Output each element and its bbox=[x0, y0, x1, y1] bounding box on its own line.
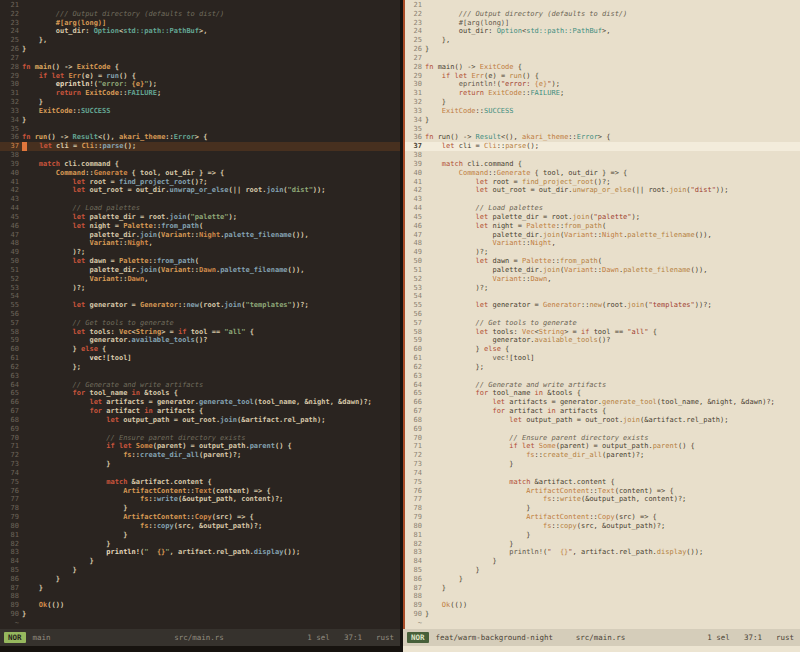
code-line[interactable]: 71 if let Some(parent) = output_path.par… bbox=[0, 442, 400, 451]
code-line[interactable]: 43 bbox=[0, 195, 400, 204]
code-line[interactable]: 66 let artifacts = generator.generate_to… bbox=[403, 398, 800, 407]
code-line[interactable]: 57 // Get tools to generate bbox=[0, 319, 400, 328]
code-line[interactable]: 80 fs::copy(src, &output_path)?; bbox=[403, 522, 800, 531]
code-line[interactable]: 81 } bbox=[0, 531, 400, 540]
code-line[interactable]: 80 fs::copy(src, &output_path)?; bbox=[0, 522, 400, 531]
code-line[interactable]: 25 }, bbox=[0, 36, 400, 45]
code-line[interactable]: 38 bbox=[403, 151, 800, 160]
code-line[interactable]: 68 let output_path = out_root.join(&arti… bbox=[403, 416, 800, 425]
code-line[interactable]: 53 )?; bbox=[0, 284, 400, 293]
code-line[interactable]: 62 }; bbox=[403, 363, 800, 372]
code-line[interactable]: 68 let output_path = out_root.join(&arti… bbox=[0, 416, 400, 425]
code-line[interactable]: 48 Variant::Night, bbox=[0, 239, 400, 248]
code-line[interactable]: 36fn run() -> Result<(), akari_theme::Er… bbox=[403, 133, 800, 142]
code-line[interactable]: 88 bbox=[0, 592, 400, 601]
code-line[interactable]: 66 let artifacts = generator.generate_to… bbox=[0, 398, 400, 407]
code-line[interactable]: 35 bbox=[403, 125, 800, 134]
code-line[interactable]: 21 bbox=[403, 1, 800, 10]
code-line[interactable]: 59 generator.available_tools()? bbox=[0, 336, 400, 345]
code-line[interactable]: 42 let out_root = out_dir.unwrap_or_else… bbox=[0, 186, 400, 195]
code-line[interactable]: 74 bbox=[403, 469, 800, 478]
code-line[interactable]: 48 Variant::Night, bbox=[403, 239, 800, 248]
code-line[interactable]: 45 let palette_dir = root.join("palette"… bbox=[403, 213, 800, 222]
code-line[interactable]: 73 } bbox=[0, 460, 400, 469]
code-line[interactable]: 86 } bbox=[0, 575, 400, 584]
code-line[interactable]: 41 let root = find_project_root()?; bbox=[0, 178, 400, 187]
code-line[interactable]: 37 let cli = Cli::parse(); bbox=[0, 142, 400, 151]
code-line[interactable]: 65 for tool_name in &tools { bbox=[0, 389, 400, 398]
code-line[interactable]: 61 vec![tool] bbox=[0, 354, 400, 363]
code-line[interactable]: 52 Variant::Dawn, bbox=[0, 275, 400, 284]
code-line[interactable]: 27 bbox=[403, 54, 800, 63]
code-line[interactable]: 83 println!(" {}", artifact.rel_path.dis… bbox=[403, 548, 800, 557]
code-line[interactable]: 79 ArtifactContent::Copy(src) => { bbox=[403, 513, 800, 522]
code-line[interactable]: 63 bbox=[0, 372, 400, 381]
code-line[interactable]: 74 bbox=[0, 469, 400, 478]
code-line[interactable]: 70 // Ensure parent directory exists bbox=[0, 434, 400, 443]
code-line[interactable]: 44 // Load palettes bbox=[403, 204, 800, 213]
code-line[interactable]: 30 eprintln!("error: {e}"); bbox=[403, 80, 800, 89]
code-line[interactable]: 34} bbox=[0, 116, 400, 125]
code-line[interactable]: 69 bbox=[403, 425, 800, 434]
code-line[interactable]: 58 let tools: Vec<String> = if tool == "… bbox=[0, 328, 400, 337]
code-line[interactable]: 27 bbox=[0, 54, 400, 63]
code-line[interactable]: 26} bbox=[0, 45, 400, 54]
code-line[interactable]: 61 vec![tool] bbox=[403, 354, 800, 363]
code-line[interactable]: 58 let tools: Vec<String> = if tool == "… bbox=[403, 328, 800, 337]
code-line[interactable]: 28fn main() -> ExitCode { bbox=[0, 63, 400, 72]
code-line[interactable]: 35 bbox=[0, 125, 400, 134]
code-line[interactable]: 40 Command::Generate { tool, out_dir } =… bbox=[0, 169, 400, 178]
code-line[interactable]: 53 )?; bbox=[403, 284, 800, 293]
code-line[interactable]: 64 // Generate and write artifacts bbox=[0, 381, 400, 390]
code-line[interactable]: 60 } else { bbox=[403, 345, 800, 354]
code-line[interactable]: 52 Variant::Dawn, bbox=[403, 275, 800, 284]
code-line[interactable]: 89 Ok(()) bbox=[403, 601, 800, 610]
code-line[interactable]: 22 /// Output directory (defaults to dis… bbox=[403, 10, 800, 19]
code-line[interactable]: 72 fs::create_dir_all(parent)?; bbox=[403, 451, 800, 460]
code-line[interactable]: 55 let generator = Generator::new(root.j… bbox=[0, 301, 400, 310]
code-line[interactable]: 90} bbox=[403, 610, 800, 619]
code-line[interactable]: 34} bbox=[403, 116, 800, 125]
code-line[interactable]: 40 Command::Generate { tool, out_dir } =… bbox=[403, 169, 800, 178]
code-line[interactable]: 25 }, bbox=[403, 36, 800, 45]
code-line[interactable]: 71 if let Some(parent) = output_path.par… bbox=[403, 442, 800, 451]
code-line[interactable]: 60 } else { bbox=[0, 345, 400, 354]
code-line[interactable]: 90} bbox=[0, 610, 400, 619]
code-line[interactable]: 37 let cli = Cli::parse(); bbox=[403, 142, 800, 151]
code-line[interactable]: 64 // Generate and write artifacts bbox=[403, 381, 800, 390]
code-line[interactable]: 42 let out_root = out_dir.unwrap_or_else… bbox=[403, 186, 800, 195]
code-line[interactable]: 69 bbox=[0, 425, 400, 434]
code-line[interactable]: 31 return ExitCode::FAILURE; bbox=[403, 89, 800, 98]
code-line[interactable]: 84 } bbox=[0, 557, 400, 566]
code-line[interactable]: 32 } bbox=[0, 98, 400, 107]
code-line[interactable]: 31 return ExitCode::FAILURE; bbox=[0, 89, 400, 98]
editor-dawn[interactable]: 2122 /// Output directory (defaults to d… bbox=[403, 0, 800, 629]
code-line[interactable]: 87 } bbox=[403, 584, 800, 593]
code-line[interactable]: 50 let dawn = Palette::from_path( bbox=[0, 257, 400, 266]
code-line[interactable]: 77 fs::write(&output_path, content)?; bbox=[0, 495, 400, 504]
code-line[interactable]: 79 ArtifactContent::Copy(src) => { bbox=[0, 513, 400, 522]
code-line[interactable]: 85 } bbox=[403, 566, 800, 575]
code-line[interactable]: 78 } bbox=[403, 504, 800, 513]
code-line[interactable]: 84 } bbox=[403, 557, 800, 566]
code-line[interactable]: 49 )?; bbox=[0, 248, 400, 257]
code-line[interactable]: 30 eprintln!("error: {e}"); bbox=[0, 80, 400, 89]
editor-night[interactable]: 2122 /// Output directory (defaults to d… bbox=[0, 0, 400, 629]
code-line[interactable]: 33 ExitCode::SUCCESS bbox=[0, 107, 400, 116]
code-line[interactable]: 72 fs::create_dir_all(parent)?; bbox=[0, 451, 400, 460]
code-line[interactable]: 63 bbox=[403, 372, 800, 381]
code-line[interactable]: 46 let night = Palette::from_path( bbox=[403, 222, 800, 231]
code-line[interactable]: 56 bbox=[0, 310, 400, 319]
code-line[interactable]: 44 // Load palettes bbox=[0, 204, 400, 213]
code-line[interactable]: 38 bbox=[0, 151, 400, 160]
code-line[interactable]: 76 ArtifactContent::Text(content) => { bbox=[403, 487, 800, 496]
code-line[interactable]: 41 let root = find_project_root()?; bbox=[403, 178, 800, 187]
code-line[interactable]: 62 }; bbox=[0, 363, 400, 372]
code-line[interactable]: 36fn run() -> Result<(), akari_theme::Er… bbox=[0, 133, 400, 142]
code-line[interactable]: 67 for artifact in artifacts { bbox=[403, 407, 800, 416]
code-line[interactable]: 65 for tool_name in &tools { bbox=[403, 389, 800, 398]
code-line[interactable]: 67 for artifact in artifacts { bbox=[0, 407, 400, 416]
code-line[interactable]: 23 #[arg(long)] bbox=[0, 19, 400, 28]
code-line[interactable]: 76 ArtifactContent::Text(content) => { bbox=[0, 487, 400, 496]
code-line[interactable]: 51 palette_dir.join(Variant::Dawn.palett… bbox=[0, 266, 400, 275]
